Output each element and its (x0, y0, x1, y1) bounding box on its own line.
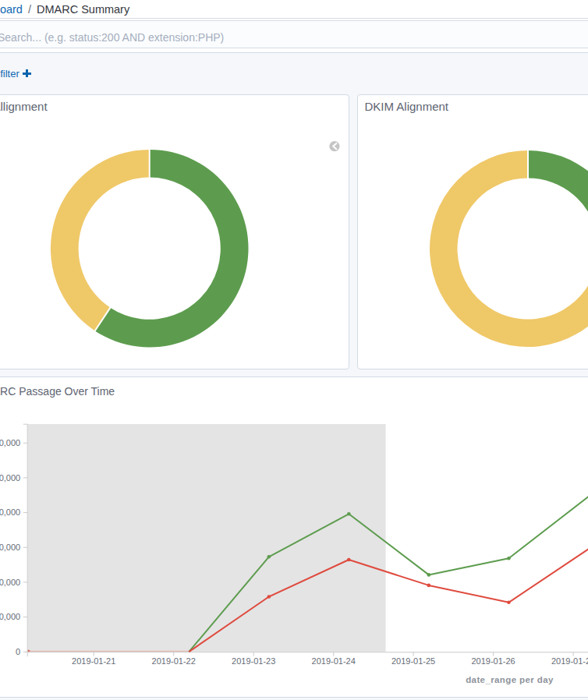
svg-text:2019-01-23: 2019-01-23 (232, 656, 275, 666)
svg-text:40,000: 40,000 (0, 578, 20, 587)
svg-text:2019-01-21: 2019-01-21 (72, 656, 115, 666)
svg-text:120,000: 120,000 (0, 438, 20, 447)
svg-text:0: 0 (16, 647, 20, 656)
svg-text:80,000: 80,000 (0, 507, 20, 517)
svg-text:100,000: 100,000 (0, 473, 20, 483)
svg-text:2019-01-25: 2019-01-25 (391, 656, 435, 666)
svg-text:60,000: 60,000 (0, 543, 20, 552)
svg-text:2019-01-24: 2019-01-24 (312, 656, 356, 666)
svg-text:2019-01-22: 2019-01-22 (152, 656, 196, 666)
svg-text:20,000: 20,000 (0, 612, 20, 621)
svg-text:2019-01-27: 2019-01-27 (551, 656, 588, 666)
svg-text:2019-01-26: 2019-01-26 (471, 656, 515, 666)
